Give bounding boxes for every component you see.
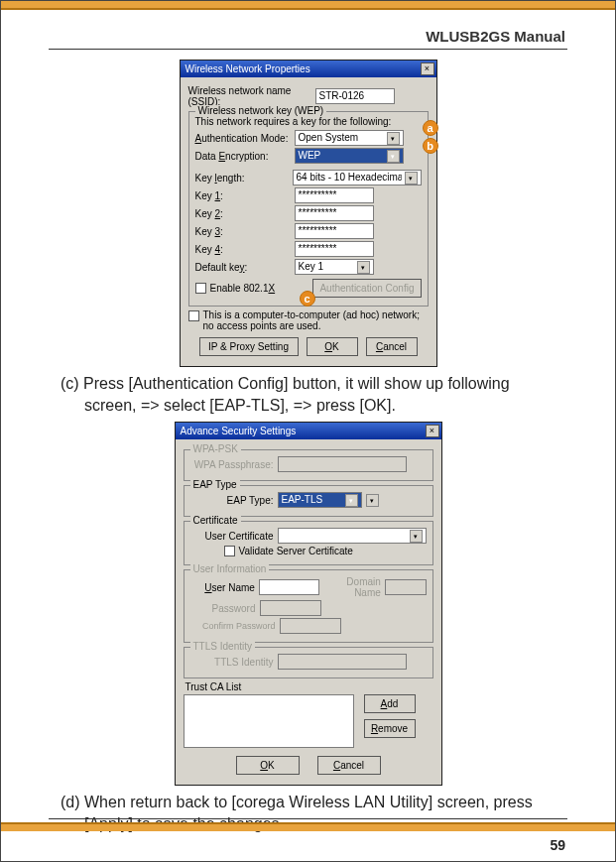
key1-label: Key 1: bbox=[195, 190, 295, 201]
ssid-input[interactable]: STR-0126 bbox=[315, 88, 395, 104]
eap-type-value: EAP-TLS bbox=[282, 493, 323, 507]
wpa-psk-title: WPA-PSK bbox=[190, 443, 241, 454]
advance-security-dialog: Advance Security Settings × WPA-PSK WPA … bbox=[175, 422, 442, 786]
dialog-title: Wireless Network Properties bbox=[185, 63, 421, 74]
dialog-title: Advance Security Settings bbox=[181, 426, 426, 436]
validate-cert-checkbox[interactable] bbox=[224, 546, 235, 556]
remove-button[interactable]: Remove bbox=[364, 719, 416, 738]
domain-name-label: Domain Name bbox=[319, 576, 384, 598]
key-len-value: 64 bits - 10 Hexadecimal digits(0-9 bbox=[297, 171, 403, 185]
chevron-down-icon: ▾ bbox=[405, 172, 417, 185]
ttls-input bbox=[278, 654, 407, 670]
wpa-passphrase-input bbox=[278, 456, 407, 472]
chevron-down-icon: ▾ bbox=[345, 494, 358, 507]
data-enc-select[interactable]: WEP ▾ bbox=[295, 148, 404, 164]
domain-name-input bbox=[385, 579, 427, 595]
top-band bbox=[1, 1, 615, 10]
validate-cert-label: Validate Server Certificate bbox=[239, 546, 353, 556]
header-title: WLUSB2GS Manual bbox=[1, 10, 615, 49]
key-len-select[interactable]: 64 bits - 10 Hexadecimal digits(0-9 ▾ bbox=[293, 170, 422, 185]
wep-note: This network requires a key for the foll… bbox=[195, 116, 422, 127]
cert-group-title: Certificate bbox=[190, 515, 241, 526]
user-info-group: User Information User Name Domain Name P… bbox=[184, 569, 433, 643]
auth-config-button[interactable]: Authentication Config bbox=[312, 279, 421, 298]
wep-group: Wireless network key (WEP) This network … bbox=[188, 111, 429, 307]
data-enc-value: WEP bbox=[299, 149, 321, 163]
header-rule bbox=[49, 49, 567, 50]
trust-ca-label: Trust CA List bbox=[185, 681, 433, 692]
auth-mode-label: thentication Mode: bbox=[207, 133, 289, 144]
eap-group-title: EAP Type bbox=[190, 479, 240, 490]
chevron-down-icon: ▾ bbox=[387, 132, 400, 145]
default-key-label: Default key: bbox=[195, 262, 295, 273]
data-enc-label: Data Encryption: bbox=[195, 151, 269, 162]
wep-group-title: Wireless network key (WEP) bbox=[195, 105, 327, 116]
default-key-value: Key 1 bbox=[299, 260, 324, 274]
close-icon[interactable]: × bbox=[421, 62, 434, 75]
chevron-down-icon: ▾ bbox=[357, 261, 370, 274]
ttls-group-title: TTLS Identity bbox=[190, 641, 255, 652]
auth-mode-select[interactable]: Open System ▾ bbox=[295, 130, 404, 146]
eap-group: EAP Type EAP Type: EAP-TLS ▾ ▾ bbox=[184, 485, 433, 517]
ip-proxy-button[interactable]: IP & Proxy Setting bbox=[199, 337, 299, 356]
confirm-pw-input bbox=[280, 618, 341, 634]
footer-band bbox=[1, 822, 615, 831]
close-icon[interactable]: × bbox=[426, 425, 439, 437]
user-info-title: User Information bbox=[190, 563, 270, 574]
certificate-group: Certificate User Certificate ▾ Validate … bbox=[184, 521, 433, 565]
ttls-group: TTLS Identity TTLS Identity bbox=[184, 647, 433, 678]
key3-label: Key 3: bbox=[195, 226, 295, 237]
chevron-down-icon: ▾ bbox=[410, 530, 423, 543]
wpa-passphrase-label: WPA Passphrase: bbox=[190, 459, 278, 470]
key-len-label: Key length: bbox=[195, 173, 245, 184]
ttls-label: TTLS Identity bbox=[190, 657, 278, 668]
key1-input[interactable]: ********** bbox=[295, 187, 374, 203]
eap-type-select[interactable]: EAP-TLS ▾ bbox=[278, 492, 362, 508]
key4-input[interactable]: ********** bbox=[295, 241, 374, 257]
wireless-properties-dialog: Wireless Network Properties × Wireless n… bbox=[180, 60, 437, 367]
key4-label: Key 4: bbox=[195, 244, 295, 255]
titlebar: Wireless Network Properties × bbox=[181, 61, 436, 77]
paragraph-c: (c) Press [Authentication Config] button… bbox=[61, 373, 555, 416]
user-name-input[interactable] bbox=[259, 579, 320, 595]
user-name-label: User Name bbox=[190, 582, 259, 593]
confirm-pw-label: Confirm Password bbox=[190, 621, 280, 631]
content-area: Wireless Network Properties × Wireless n… bbox=[1, 60, 615, 834]
page-number: 59 bbox=[550, 837, 565, 853]
chevron-down-icon: ▾ bbox=[387, 150, 400, 163]
annotation-c: c bbox=[300, 291, 315, 307]
adhoc-note: This is a computer-to-computer (ad hoc) … bbox=[203, 309, 429, 331]
eap-type-label: EAP Type: bbox=[190, 495, 278, 506]
default-key-select[interactable]: Key 1 ▾ bbox=[295, 259, 374, 275]
annotation-a: a bbox=[423, 120, 438, 136]
key2-input[interactable]: ********** bbox=[295, 205, 374, 221]
titlebar: Advance Security Settings × bbox=[176, 423, 441, 439]
adhoc-checkbox[interactable] bbox=[188, 310, 199, 321]
ok-button[interactable]: OK bbox=[307, 337, 358, 356]
footer-rule bbox=[49, 818, 567, 819]
key3-input[interactable]: ********** bbox=[295, 223, 374, 239]
add-button[interactable]: Add bbox=[364, 694, 416, 713]
auth-mode-value: Open System bbox=[299, 131, 359, 145]
user-cert-select[interactable]: ▾ bbox=[278, 528, 427, 544]
ssid-label: Wireless network name (SSID): bbox=[188, 85, 315, 107]
ok-button[interactable]: OK bbox=[236, 756, 300, 775]
user-cert-label: User Certificate bbox=[190, 531, 278, 542]
enable-1x-checkbox[interactable] bbox=[195, 283, 206, 294]
password-input bbox=[260, 600, 321, 616]
cancel-button[interactable]: Cancel bbox=[317, 756, 381, 775]
trust-ca-list[interactable] bbox=[184, 694, 354, 748]
cancel-button[interactable]: Cancel bbox=[366, 337, 418, 356]
key2-label: Key 2: bbox=[195, 208, 295, 219]
wpa-psk-group: WPA-PSK WPA Passphrase: bbox=[184, 449, 433, 481]
annotation-b: b bbox=[423, 138, 438, 154]
enable-1x-label: Enable 802.1X bbox=[210, 283, 276, 294]
password-label: Password bbox=[190, 603, 260, 614]
chevron-down-icon[interactable]: ▾ bbox=[366, 494, 379, 507]
